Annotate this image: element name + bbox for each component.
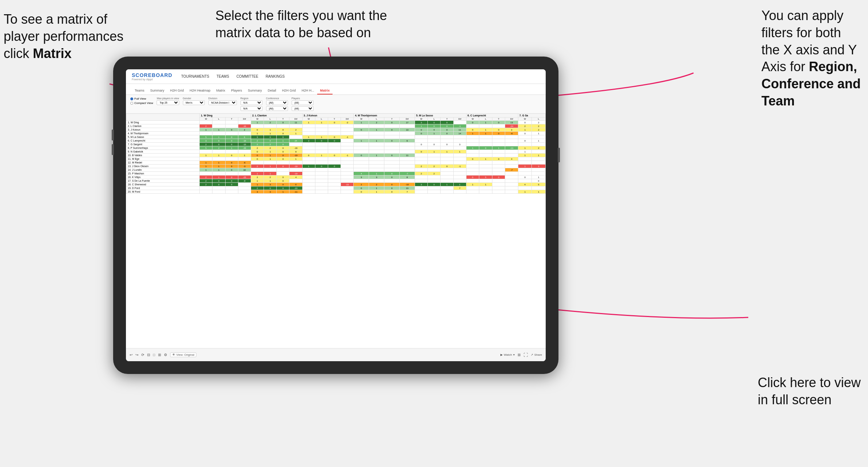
- matrix-cell: [415, 135, 428, 139]
- tab-summary2[interactable]: Summary: [245, 87, 265, 94]
- matrix-cell: 7: [400, 190, 415, 194]
- tab-teams[interactable]: Teams: [132, 87, 147, 94]
- tab-players[interactable]: Players: [228, 87, 245, 94]
- matrix-cell: 1: [518, 190, 531, 194]
- region-select-1[interactable]: N/A: [241, 100, 262, 105]
- matrix-cell: [492, 124, 505, 128]
- matrix-cell: -16: [238, 124, 251, 128]
- matrix-cell: -7: [400, 172, 415, 175]
- division-select[interactable]: NCAA Division I: [208, 100, 237, 105]
- redo-btn[interactable]: ↪: [135, 353, 138, 357]
- nav-teams[interactable]: TEAMS: [216, 74, 229, 78]
- matrix-cell: -15: [341, 183, 354, 186]
- tab-summary[interactable]: Summary: [147, 87, 168, 94]
- player-name-cell: 1. W Ding: [126, 121, 200, 124]
- tab-h2h-grid[interactable]: H2H Grid: [167, 87, 187, 94]
- zoom-reset-btn[interactable]: □: [153, 353, 155, 357]
- conference-select-1[interactable]: (All): [266, 100, 288, 105]
- zoom-out-btn[interactable]: ⊟: [147, 353, 150, 357]
- matrix-cell: 0: [492, 121, 505, 124]
- matrix-cell: 1: [369, 186, 384, 190]
- matrix-cell: 6: [400, 139, 415, 143]
- matrix-cell: 0: [328, 135, 341, 139]
- tab-detail[interactable]: Detail: [265, 87, 279, 94]
- player-name-cell: 14. J Lundin: [126, 168, 200, 172]
- matrix-cell: [354, 165, 369, 168]
- max-players-select[interactable]: Top 25: [157, 100, 179, 105]
- fullscreen-btn[interactable]: ⛶: [523, 352, 528, 358]
- matrix-cell: [532, 161, 546, 165]
- player-name-cell: 16. K Vilips: [126, 175, 200, 179]
- screen-options-btn[interactable]: ⊞: [518, 353, 521, 357]
- settings-btn[interactable]: ⚙: [164, 353, 167, 357]
- refresh-btn[interactable]: ⟳: [141, 353, 144, 357]
- matrix-cell: 1: [264, 179, 277, 183]
- matrix-cell: [518, 172, 531, 175]
- matrix-cell: 1: [264, 165, 277, 168]
- matrix-cell: [354, 168, 369, 172]
- matrix-cell: 0: [212, 143, 225, 146]
- full-view-option[interactable]: Full View: [130, 97, 153, 100]
- matrix-cell: 0: [518, 175, 531, 179]
- matrix-cell: [428, 161, 441, 165]
- nav-tournaments[interactable]: TOURNAMENTS: [181, 74, 209, 78]
- compact-view-radio[interactable]: [130, 102, 133, 105]
- matrix-cell: 1: [518, 165, 531, 168]
- matrix-cell: 0: [479, 146, 492, 150]
- tab-matrix[interactable]: Matrix: [214, 87, 228, 94]
- matrix-cell: [289, 179, 302, 183]
- view-original-btn[interactable]: 👁 View: Original: [170, 352, 196, 357]
- undo-btn[interactable]: ↩: [130, 353, 132, 357]
- matrix-cell: [492, 139, 505, 143]
- tab-h2h-h[interactable]: H2H H...: [299, 87, 317, 94]
- matrix-cell: [212, 124, 225, 128]
- sub-l1: L: [212, 117, 225, 121]
- tab-matrix-active[interactable]: Matrix: [317, 87, 333, 94]
- watch-chevron: ▾: [513, 353, 515, 356]
- players-select-2[interactable]: (All): [292, 106, 314, 111]
- matrix-cell: -11: [289, 190, 302, 194]
- matrix-cell: 8: [400, 175, 415, 179]
- region-label: Region: [241, 97, 262, 100]
- matrix-cell: 2: [264, 146, 277, 150]
- zoom-in-btn[interactable]: ⊞: [158, 353, 161, 357]
- matrix-cell: [479, 186, 492, 190]
- full-view-radio[interactable]: [130, 97, 133, 100]
- gender-select[interactable]: Men's: [183, 100, 205, 105]
- watch-btn[interactable]: ▶ Watch ▾: [500, 353, 514, 356]
- division-label: Division: [208, 97, 237, 100]
- matrix-cell: [341, 161, 354, 165]
- matrix-cell: 1: [441, 150, 453, 154]
- region-select-2[interactable]: N/A: [241, 106, 262, 111]
- matrix-cell: [212, 190, 225, 194]
- sub-tabs-bar: Teams Summary H2H Grid H2H Heatmap Matri…: [126, 84, 546, 95]
- nav-committee[interactable]: COMMITTEE: [237, 74, 258, 78]
- matrix-cell: 3: [415, 121, 428, 124]
- tab-h2h-grid2[interactable]: H2H Grid: [279, 87, 299, 94]
- matrix-cell: [341, 175, 354, 179]
- matrix-cell: [354, 150, 369, 154]
- matrix-cell: [238, 121, 251, 124]
- player-name-cell: 8. P Summerhays: [126, 146, 200, 150]
- matrix-cell: [369, 124, 384, 128]
- matrix-cell: 2: [251, 175, 264, 179]
- matrix-cell: [466, 165, 479, 168]
- compact-view-option[interactable]: Compact View: [130, 101, 153, 105]
- matrix-cell: 1: [315, 154, 328, 157]
- players-select-1[interactable]: (All): [292, 100, 314, 105]
- matrix-cell: [479, 172, 492, 175]
- matrix-cell: 3: [200, 139, 212, 143]
- nav-rankings[interactable]: RANKINGS: [266, 74, 285, 78]
- matrix-cell: [302, 124, 315, 128]
- matrix-cell: [354, 124, 369, 128]
- matrix-cell: [532, 143, 546, 146]
- matrix-cell: [328, 146, 341, 150]
- share-btn[interactable]: ↗ Share: [531, 353, 542, 356]
- matrix-cell: 1: [479, 183, 492, 186]
- matrix-cell: [492, 186, 505, 190]
- conference-select-2[interactable]: (All): [266, 106, 288, 111]
- matrix-cell: [518, 157, 531, 161]
- matrix-cell: [369, 161, 384, 165]
- tab-h2h-heatmap[interactable]: H2H Heatmap: [187, 87, 214, 94]
- matrix-cell: [225, 172, 238, 175]
